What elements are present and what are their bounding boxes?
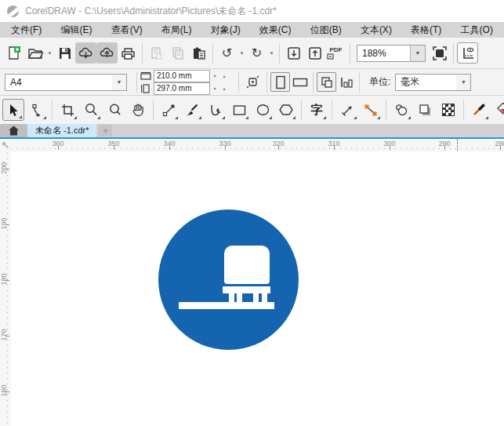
menu-table[interactable]: 表格(T) (408, 23, 444, 38)
artistic-media-tool[interactable] (181, 99, 203, 121)
pick-tool[interactable] (2, 99, 24, 121)
export-icon (308, 46, 322, 60)
save-button[interactable] (54, 42, 75, 64)
new-document-button[interactable] (3, 42, 24, 64)
unit-combobox[interactable]: 毫米 ▼ (395, 74, 471, 91)
ellipse-tool[interactable] (252, 99, 274, 121)
page-height-icon (140, 84, 151, 93)
snap-options-button[interactable] (242, 71, 263, 93)
landscape-icon (292, 77, 308, 88)
dimension-tool[interactable] (336, 99, 358, 121)
document-tab[interactable]: 未命名 -1.cdr* (27, 124, 96, 137)
pdf-page-icon (327, 53, 334, 60)
menu-effects[interactable]: 效果(C) (256, 23, 295, 38)
open-dropdown[interactable]: ▾ (45, 42, 54, 64)
publish-pdf-button[interactable]: PDF (325, 42, 346, 64)
magnifier-2-icon (107, 103, 121, 117)
crop-icon (61, 104, 74, 117)
unit-dropdown-icon[interactable]: ▼ (456, 75, 470, 90)
fullscreen-preview-button[interactable] (429, 42, 450, 64)
eyedropper-tool[interactable] (468, 99, 490, 121)
vertical-ruler[interactable]: 200 190 180 170 160 (0, 151, 11, 426)
curve-icon (209, 104, 222, 117)
drop-shadow-tool[interactable] (390, 99, 412, 121)
all-pages-icon (320, 75, 334, 89)
document-tab-title: 未命名 -1.cdr* (35, 125, 89, 137)
ruler-origin-icon (2, 141, 9, 149)
all-pages-button[interactable] (317, 72, 336, 92)
zoom-alt-tool[interactable] (103, 99, 125, 121)
zoom-tool[interactable] (80, 99, 102, 121)
page-size-combobox[interactable]: A4 ▼ (5, 74, 127, 91)
page-dimensions-group: 210.0 mm ▾▴ 297.0 mm ▾▴ (140, 70, 229, 94)
page-width-field[interactable]: 210.0 mm (154, 70, 210, 82)
interactive-fill-tool[interactable] (491, 99, 504, 121)
page-height-spinner[interactable]: ▾▴ (210, 86, 229, 91)
cut-icon (150, 46, 164, 60)
menu-object[interactable]: 对象(J) (208, 23, 244, 38)
eyedropper-icon (472, 103, 486, 117)
page-size-dropdown-icon[interactable]: ▼ (112, 75, 126, 90)
zoom-dropdown-icon[interactable]: ▼ (410, 46, 425, 61)
cloud-download-button[interactable] (75, 42, 96, 64)
new-tab-button[interactable]: + (98, 125, 112, 137)
ruler-label: 200 (0, 160, 8, 176)
standard-toolbar: ▾ (0, 38, 504, 69)
transparency-icon (419, 104, 432, 117)
sign-machine-shape (224, 246, 270, 284)
page-size-value: A4 (5, 77, 112, 88)
print-button[interactable] (118, 42, 139, 64)
cut-button (146, 42, 167, 64)
title-bar: CorelDRAW - C:\Users\Administrator\Pictu… (0, 0, 504, 23)
open-button[interactable] (24, 42, 45, 64)
landscape-orientation-button[interactable] (290, 72, 310, 92)
menu-file[interactable]: 文件(F) (8, 23, 45, 38)
freehand-tool[interactable] (158, 99, 179, 121)
polygon-icon (279, 104, 293, 116)
page-width-spinner[interactable]: ▾▴ (210, 73, 229, 78)
new-document-icon (6, 46, 21, 60)
menu-bitmaps[interactable]: 位图(B) (307, 23, 345, 38)
page-height-field[interactable]: 297.0 mm (154, 82, 210, 95)
redo-dropdown[interactable]: ▾ (267, 42, 276, 64)
home-button[interactable] (0, 124, 27, 137)
unit-value: 毫米 (396, 75, 456, 89)
polygon-tool[interactable] (275, 99, 297, 121)
menu-text[interactable]: 文本(X) (357, 23, 395, 38)
pattern-fill-tool[interactable] (437, 99, 459, 121)
b-spline-tool[interactable] (205, 99, 227, 121)
undo-button[interactable]: ↺ (216, 42, 237, 64)
connector-tool[interactable] (360, 99, 382, 121)
export-button[interactable] (304, 42, 325, 64)
drawing-canvas[interactable] (11, 151, 504, 426)
ruler-label: 180 (0, 271, 8, 287)
safety-sign-circle[interactable] (158, 209, 299, 350)
portrait-orientation-button[interactable] (270, 72, 290, 92)
fill-diamond-icon (495, 103, 504, 117)
horizontal-ruler[interactable]: 360 350 340 330 320 310 300 290 280 (0, 139, 504, 151)
pan-tool[interactable] (127, 99, 149, 121)
shape-tool[interactable] (26, 99, 48, 121)
paste-button[interactable] (188, 42, 209, 64)
crop-tool[interactable] (56, 99, 78, 121)
menu-tools[interactable]: 工具(O) (458, 23, 496, 38)
ruler-visibility-button[interactable] (457, 42, 478, 64)
menu-bar: 文件(F) 编辑(E) 查看(V) 布局(L) 对象(J) 效果(C) 位图(B… (0, 22, 504, 38)
property-bar: A4 ▼ 210.0 mm ▾▴ 297.0 mm (0, 69, 504, 96)
menu-edit[interactable]: 编辑(E) (58, 23, 96, 38)
redo-button[interactable]: ↻ (246, 42, 267, 64)
rectangle-tool[interactable] (228, 99, 250, 121)
current-page-button[interactable] (336, 72, 356, 92)
undo-dropdown[interactable]: ▾ (237, 42, 246, 64)
zoom-level-combobox[interactable]: 188% ▼ (357, 45, 426, 62)
transparency-tool[interactable] (414, 99, 436, 121)
import-button[interactable] (283, 42, 304, 64)
sign-base-bar (223, 286, 270, 293)
cloud-upload-button[interactable] (96, 42, 118, 64)
freehand-icon (162, 104, 176, 117)
menu-view[interactable]: 查看(V) (108, 23, 146, 38)
ruler-origin-button[interactable] (0, 139, 11, 151)
text-tool[interactable]: 字 (306, 99, 328, 121)
menu-layout[interactable]: 布局(L) (158, 23, 195, 38)
coreldraw-app-icon (7, 5, 19, 17)
